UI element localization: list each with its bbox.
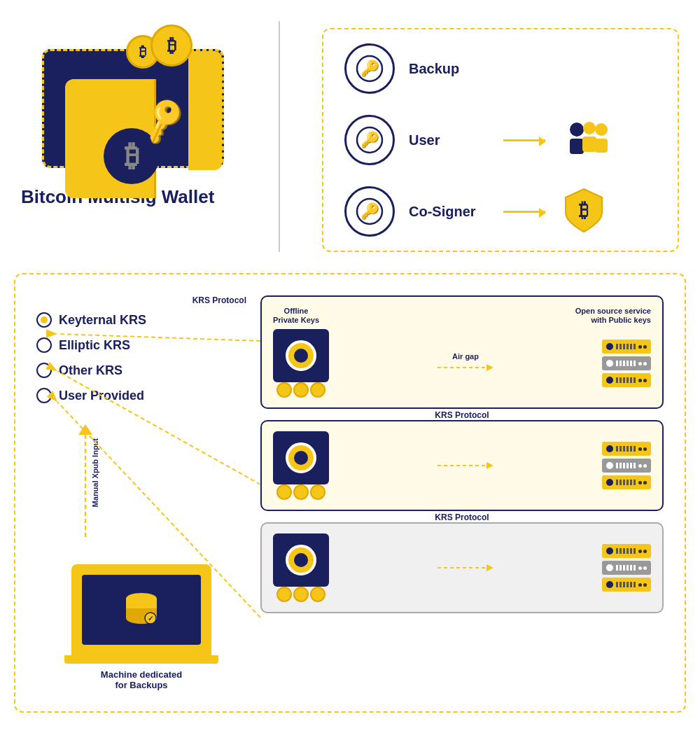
- svg-marker-27: [486, 564, 493, 571]
- dot-1c2: [643, 379, 647, 382]
- krs-option-user[interactable]: User Provided: [36, 388, 246, 403]
- svg-marker-25: [486, 462, 493, 469]
- krs-box-1: OfflinePrivate Keys Open source servicew…: [260, 295, 664, 409]
- server-circle-1c: [606, 377, 613, 384]
- radio-keyternal[interactable]: [36, 312, 52, 328]
- key-row-backup: 🔑 Backup: [344, 43, 657, 94]
- server-rack-2: [602, 442, 651, 489]
- svg-text:🔑: 🔑: [360, 202, 380, 221]
- d-3c2: [643, 583, 647, 587]
- laptop-base: [64, 655, 218, 664]
- krs-option-elliptic[interactable]: Elliptic KRS: [36, 337, 246, 353]
- right-panel: 🔑 Backup 🔑 User: [280, 21, 679, 252]
- safe-dial-inner-1: [294, 349, 308, 363]
- wallet-illustration: ₿ ₿ ₿ 🔑: [21, 21, 245, 175]
- sl-2c: [616, 480, 636, 485]
- offline-keys-label: OfflinePrivate Keys: [273, 307, 319, 325]
- sl-2b: [616, 463, 636, 468]
- sl-3a: [616, 548, 636, 554]
- sd-3c: [638, 583, 647, 587]
- top-section: ₿ ₿ ₿ 🔑 Bitcoin Multisig Wallet 🔑 Backup: [0, 0, 700, 266]
- backup-label: Backup: [409, 61, 486, 77]
- radio-elliptic[interactable]: [36, 337, 52, 353]
- server-lines-1b: [616, 361, 636, 366]
- sl-3c: [616, 582, 636, 587]
- sd-3b: [638, 566, 647, 570]
- d-3b2: [643, 566, 647, 570]
- server-circle-1b: [606, 360, 613, 367]
- dot-1a1: [638, 345, 642, 349]
- radio-other[interactable]: [36, 363, 52, 378]
- svg-rect-9: [595, 139, 608, 153]
- svg-text:🔑: 🔑: [360, 59, 380, 78]
- manual-xpub-arrow: Manual Xpub Input: [78, 424, 99, 543]
- key-row-cosigner: 🔑 Co-Signer ₿: [344, 186, 657, 237]
- sc-3c: [606, 581, 613, 588]
- d-2b2: [643, 464, 647, 468]
- safe-1: [273, 329, 329, 398]
- user-label: User: [409, 132, 486, 148]
- sd-3a: [638, 550, 647, 553]
- svg-text:₿: ₿: [579, 200, 589, 221]
- air-gap-area: Air gap: [336, 352, 595, 375]
- laptop-body: ✓: [71, 564, 211, 655]
- dot-1b1: [638, 362, 642, 365]
- air-gap-area-2: [336, 459, 595, 473]
- d-2b1: [638, 464, 642, 468]
- svg-text:🔑: 🔑: [360, 130, 380, 149]
- svg-point-4: [570, 123, 584, 137]
- dot-1b2: [643, 362, 647, 365]
- svg-text:✓: ✓: [148, 615, 153, 622]
- server-circle-1a: [606, 343, 613, 350]
- safe-dial-inner-3: [294, 553, 308, 567]
- user-key-circle: 🔑: [344, 115, 395, 165]
- krs-right: OfflinePrivate Keys Open source servicew…: [260, 295, 664, 690]
- wallet-flap: ₿: [65, 79, 156, 198]
- key-row-user: 🔑 User: [344, 115, 657, 165]
- coin-3b: [293, 587, 309, 602]
- sd-2a: [638, 447, 647, 451]
- cosigner-arrow: [503, 211, 545, 213]
- dot-1a2: [643, 345, 647, 349]
- coin-2c: [310, 484, 326, 500]
- krs-box-1-content: Air gap: [273, 329, 651, 398]
- cosigner-label: Co-Signer: [409, 204, 486, 220]
- radio-user[interactable]: [36, 388, 52, 403]
- keys-dashed-box: 🔑 Backup 🔑 User: [322, 28, 679, 252]
- coin-1b: [293, 382, 309, 398]
- sc-2a: [606, 445, 613, 452]
- server-unit-3b: [602, 561, 651, 575]
- krs-option-keyternal[interactable]: Keyternal KRS: [36, 312, 246, 328]
- krs-option-other[interactable]: Other KRS: [36, 363, 246, 378]
- krs-protocol-top-label: KRS Protocol: [36, 295, 246, 305]
- server-unit-1a: [602, 340, 651, 354]
- d-2c1: [638, 481, 642, 484]
- wallet-body: ₿ 🔑: [42, 49, 224, 168]
- server-unit-2a: [602, 442, 651, 456]
- krs-box-3-wrapper: KRS Protocol: [260, 522, 664, 613]
- air-gap-line-svg-2: [438, 459, 493, 473]
- svg-marker-13: [78, 424, 92, 435]
- sc-3b: [606, 564, 613, 571]
- svg-point-8: [595, 123, 608, 136]
- safe-3: [273, 533, 329, 602]
- bitcoin-coin-main: ₿: [150, 25, 192, 67]
- sc-2b: [606, 462, 613, 469]
- cosigner-shield-icon: ₿: [563, 188, 605, 236]
- bottom-section: KRS Protocol Keyternal KRS Elliptic KRS …: [14, 273, 686, 713]
- sl-2a: [616, 446, 636, 452]
- krs-labels-row-1: OfflinePrivate Keys Open source servicew…: [273, 307, 651, 325]
- safe-icon-1: [273, 329, 329, 382]
- coin-2a: [276, 484, 292, 500]
- manual-xpub-container: Manual Xpub Input: [36, 417, 246, 543]
- sl-3b: [616, 565, 636, 571]
- coin-1a: [276, 382, 292, 398]
- coin-1c: [310, 382, 326, 398]
- krs-box-3-content: [273, 533, 651, 602]
- sd-2b: [638, 464, 647, 468]
- user-group-icon: [563, 119, 612, 161]
- server-unit-1c: [602, 373, 651, 387]
- open-source-label: Open source servicewith Public keys: [575, 307, 651, 325]
- d-2a1: [638, 447, 642, 451]
- coin-3c: [310, 587, 326, 602]
